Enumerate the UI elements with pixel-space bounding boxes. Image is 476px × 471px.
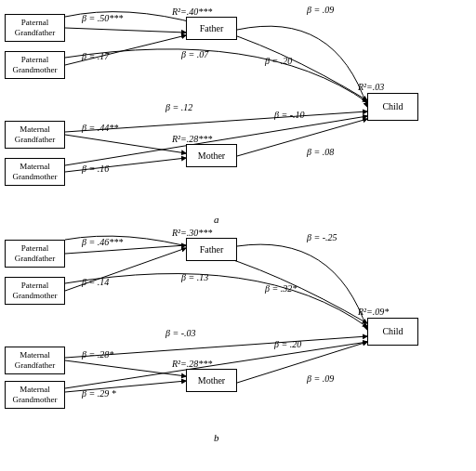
diagram-a: PaternalGrandfather PaternalGrandmother … <box>0 0 476 232</box>
r2-child-a: R²=.03 <box>358 82 384 92</box>
beta-mg-m-b: β = .28* <box>82 349 113 360</box>
beta-pg-f-a: β = .50*** <box>82 13 123 23</box>
svg-line-0 <box>65 28 186 33</box>
r2-father-a: R²=.40*** <box>172 7 212 17</box>
beta-pg-f-b: β = .46*** <box>82 237 123 247</box>
box-maternal-grandfather-a: MaternalGrandfather <box>5 121 65 149</box>
svg-line-11 <box>237 342 367 383</box>
box-mother-b: Mother <box>186 369 237 392</box>
r2-mother-a: R²=.28*** <box>172 134 212 144</box>
beta-mgm-c-b: β = .20 <box>274 339 301 349</box>
box-maternal-grandfather-b: MaternalGrandfather <box>5 347 65 374</box>
r2-child-b: R²=.09* <box>358 307 389 317</box>
svg-line-2 <box>65 135 186 153</box>
beta-mgm-c-a: β = -.10 <box>274 110 305 120</box>
beta-mgm-m-b: β = .29 * <box>82 388 116 399</box>
box-paternal-grandfather-a: PaternalGrandfather <box>5 14 65 42</box>
beta-pgm-c-b: β = .32* <box>265 283 297 294</box>
diagram-label-a: a <box>214 214 219 225</box>
box-child-a: Child <box>367 93 418 121</box>
beta-m-c-a: β = .08 <box>307 147 334 157</box>
beta-pgm-f-a: β = .17 <box>82 51 109 61</box>
beta-mg-c-a: β = .12 <box>165 102 192 112</box>
beta-pg-c-a: β = .07 <box>181 49 208 59</box>
beta-pg-c-b: β = .13 <box>181 272 208 282</box>
box-paternal-grandmother-a: PaternalGrandmother <box>5 51 65 79</box>
beta-m-c-b: β = .09 <box>307 373 334 384</box>
beta-mg-c-b: β = -.03 <box>165 328 196 338</box>
r2-mother-b: R²=.28*** <box>172 359 212 369</box>
box-maternal-grandmother-a: MaternalGrandmother <box>5 158 65 186</box>
diagram-b: PaternalGrandfather PaternalGrandmother … <box>0 232 476 455</box>
box-mother-a: Mother <box>186 144 237 167</box>
diagram-label-b: b <box>214 432 219 443</box>
box-paternal-grandfather-b: PaternalGrandfather <box>5 240 65 268</box>
r2-father-b: R²=.30*** <box>172 228 212 238</box>
box-paternal-grandmother-b: PaternalGrandmother <box>5 277 65 305</box>
beta-mgm-m-a: β = .16 <box>82 164 109 174</box>
beta-pgm-f-b: β = .14 <box>82 277 109 287</box>
beta-f-c-b: β = -.25 <box>307 232 337 242</box>
svg-line-4 <box>237 119 367 156</box>
beta-mg-m-a: β = .44** <box>82 123 118 133</box>
box-father-a: Father <box>186 17 237 40</box>
box-maternal-grandmother-b: MaternalGrandmother <box>5 381 65 409</box>
svg-line-9 <box>65 360 186 376</box>
box-father-b: Father <box>186 238 237 261</box>
box-child-b: Child <box>367 318 418 346</box>
beta-f-c-a: β = .09 <box>307 5 334 15</box>
beta-pgm-c-a: β = .20 <box>265 56 292 66</box>
